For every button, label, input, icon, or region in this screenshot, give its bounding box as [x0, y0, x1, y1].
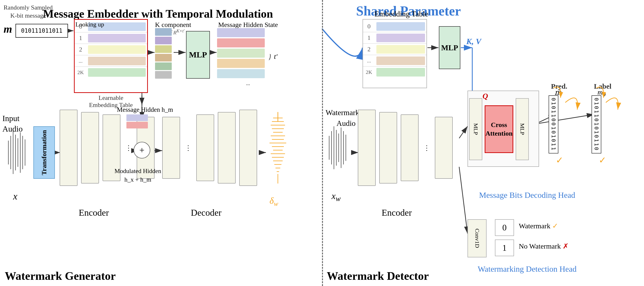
dec-mlp-left: MLP: [469, 98, 482, 160]
input-audio-waveform: [2, 118, 31, 187]
encoder-right: ⋮: [358, 107, 458, 200]
looking-up-label: Looking up: [75, 21, 104, 28]
wm-detector-label: Watermark Detector: [327, 269, 429, 283]
det-label-1: No Watermark ✗: [519, 242, 569, 250]
decoder-label: Decoder: [191, 207, 222, 218]
encoder-left-label: Encoder: [79, 207, 109, 218]
conv1d-box: Conv1D: [468, 219, 486, 257]
svg-line-18: [459, 167, 468, 234]
output-waveform: [266, 110, 294, 193]
decoder-left: ⋮: [162, 107, 262, 200]
encoder-right-label: Encoder: [382, 207, 412, 218]
msg-hidden-small-bars: [126, 114, 153, 129]
det-box-1: 1: [495, 240, 514, 256]
q-label: Q: [482, 92, 488, 101]
mlp-right: MLP: [439, 26, 460, 69]
emb-table-right-label: Embedding Table: [374, 9, 428, 18]
msg-bits-decoding-head-label: Message Bits Decoding Head: [468, 191, 587, 200]
plus-operator: +: [134, 142, 150, 159]
svg-line-17: [459, 126, 468, 138]
modulated-hidden-label: Modulated Hidden h_x + h_m: [114, 167, 161, 184]
t-prime-label: } t′: [268, 52, 278, 60]
det-box-0: 0: [495, 219, 514, 236]
embedder-title: Message Embedder with Temporal Modulatio…: [43, 7, 273, 20]
mlp-left: MLP: [186, 31, 210, 79]
binary-label: 0101101010110: [592, 95, 601, 153]
pred-checkmark: ✓: [556, 155, 564, 165]
m-label: m: [4, 23, 12, 35]
kv-label: K, V: [466, 37, 481, 46]
det-label-0: Watermark ✓: [519, 222, 558, 230]
x-label: x: [13, 191, 18, 202]
cross-attention-box: Cross Attention: [485, 105, 513, 153]
transformation-box: Transformation: [34, 126, 55, 179]
binary-message-box: 010111011011: [16, 24, 68, 38]
emb-table-right: 0 1 2 ... 2K: [362, 19, 427, 88]
dec-mlp-right: MLP: [516, 98, 529, 160]
wm-generator-label: Watermark Generator: [5, 269, 116, 283]
binary-pred: 0101100101011: [548, 95, 558, 153]
xw-label: xw: [332, 191, 340, 203]
wm-audio-waveform: [326, 117, 354, 186]
decoding-head: MLP Cross Attention MLP: [468, 91, 587, 181]
k-bars-container: [155, 28, 174, 79]
detection-head-label: Watermarking Detection Head: [468, 265, 587, 274]
delta-w-label: δw: [270, 195, 278, 208]
embedding-table-box: 0 1 2 ... 2K: [74, 19, 148, 93]
section-divider: [322, 0, 323, 286]
label-checkmark: ✓: [599, 155, 606, 165]
